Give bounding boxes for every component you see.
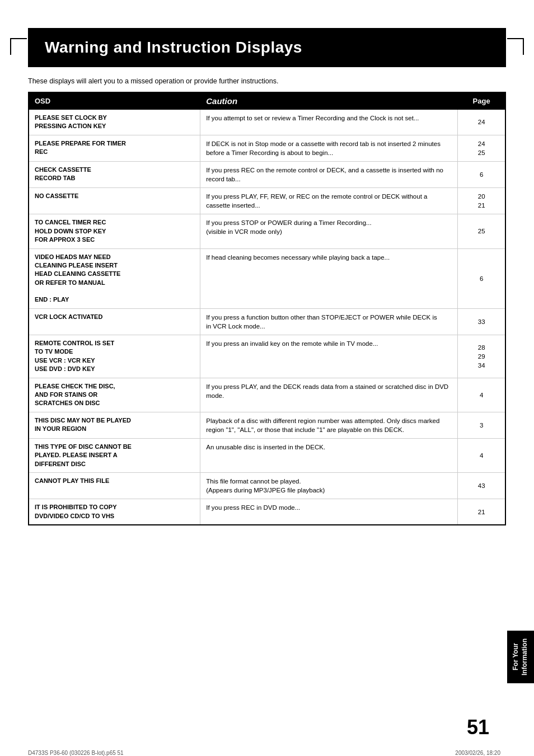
osd-cell: PLEASE CHECK THE DISC, AND FOR STAINS OR… [29,378,200,412]
table-row: TO CANCEL TIMER REC HOLD DOWN STOP KEY F… [29,214,505,248]
caution-cell: If you press an invalid key on the remot… [200,335,458,378]
intro-text: These displays will alert you to a misse… [28,77,506,85]
caution-cell: If you attempt to set or review a Timer … [200,110,458,135]
osd-cell: NO CASSETTE [29,188,200,214]
col-header-page: Page [458,92,505,110]
page-number: 51 [467,716,489,739]
corner-mark-top-right [507,38,524,55]
table-row: CHECK CASSETTE RECORD TABIf you press RE… [29,161,505,187]
page-cell: 25 [458,214,505,248]
table-header-row: OSD Caution Page [29,92,505,110]
caution-cell: Playback of a disc with different region… [200,412,458,438]
table-row: PLEASE PREPARE FOR TIMER RECIf DECK is n… [29,135,505,161]
side-tab-text: For YourInformation [512,638,529,675]
osd-cell: IT IS PROHIBITED TO COPY DVD/VIDEO CD/CD… [29,499,200,525]
table-row: NO CASSETTEIf you press PLAY, FF, REW, o… [29,188,505,214]
table-row: PLEASE SET CLOCK BY PRESSING ACTION KEYI… [29,110,505,135]
page-cell: 43 [458,473,505,499]
side-tab: For YourInformation [507,631,534,683]
footer-right: 2003/02/26, 18:20 [455,750,500,756]
osd-cell: CANNOT PLAY THIS FILE [29,473,200,499]
table-row: THIS TYPE OF DISC CANNOT BE PLAYED. PLEA… [29,438,505,472]
table-row: REMOTE CONTROL IS SET TO TV MODE USE VCR… [29,335,505,378]
table-row: PLEASE CHECK THE DISC, AND FOR STAINS OR… [29,378,505,412]
osd-cell: PLEASE PREPARE FOR TIMER REC [29,135,200,161]
page-cell: 28 29 34 [458,335,505,378]
col-header-osd: OSD [29,92,200,110]
table-row: CANNOT PLAY THIS FILEThis file format ca… [29,473,505,499]
caution-cell: An unusable disc is inserted in the DECK… [200,438,458,472]
caution-cell: If you press PLAY, FF, REW, or REC on th… [200,188,458,214]
table-row: VIDEO HEADS MAY NEED CLEANING PLEASE INS… [29,248,505,308]
table-row: THIS DISC MAY NOT BE PLAYED IN YOUR REGI… [29,412,505,438]
osd-cell: THIS DISC MAY NOT BE PLAYED IN YOUR REGI… [29,412,200,438]
page-cell: 20 21 [458,188,505,214]
page-cell: 3 [458,412,505,438]
page-cell: 4 [458,378,505,412]
osd-cell: CHECK CASSETTE RECORD TAB [29,161,200,187]
footer-info: D4733S P36-60 (030226 B-lot).p65 51 2003… [28,750,500,756]
caution-cell: This file format cannot be played. (Appe… [200,473,458,499]
caution-cell: If you press REC on the remote control o… [200,161,458,187]
caution-cell: If you press STOP or POWER during a Time… [200,214,458,248]
page-cell: 33 [458,308,505,335]
header-bar: Warning and Instruction Displays [28,28,506,67]
main-table: OSD Caution Page PLEASE SET CLOCK BY PRE… [28,92,506,525]
caution-cell: If you press a function button other tha… [200,308,458,335]
page-container: Warning and Instruction Displays These d… [0,28,534,756]
page-cell: 24 25 [458,135,505,161]
osd-cell: THIS TYPE OF DISC CANNOT BE PLAYED. PLEA… [29,438,200,472]
caution-cell: If DECK is not in Stop mode or a cassett… [200,135,458,161]
page-cell: 6 [458,161,505,187]
page-cell: 21 [458,499,505,525]
osd-cell: PLEASE SET CLOCK BY PRESSING ACTION KEY [29,110,200,135]
page-cell: 6 [458,248,505,308]
page-cell: 24 [458,110,505,135]
osd-cell: TO CANCEL TIMER REC HOLD DOWN STOP KEY F… [29,214,200,248]
table-row: IT IS PROHIBITED TO COPY DVD/VIDEO CD/CD… [29,499,505,525]
page-title: Warning and Instruction Displays [45,39,302,57]
corner-mark-top-left [10,38,27,55]
osd-cell: VIDEO HEADS MAY NEED CLEANING PLEASE INS… [29,248,200,308]
footer-left: D4733S P36-60 (030226 B-lot).p65 51 [28,750,124,756]
caution-cell: If you press PLAY, and the DECK reads da… [200,378,458,412]
table-row: VCR LOCK ACTIVATEDIf you press a functio… [29,308,505,335]
osd-cell: REMOTE CONTROL IS SET TO TV MODE USE VCR… [29,335,200,378]
caution-cell: If you press REC in DVD mode... [200,499,458,525]
page-cell: 4 [458,438,505,472]
caution-cell: If head cleaning becomes necessary while… [200,248,458,308]
osd-cell: VCR LOCK ACTIVATED [29,308,200,335]
col-header-caution: Caution [200,92,458,110]
